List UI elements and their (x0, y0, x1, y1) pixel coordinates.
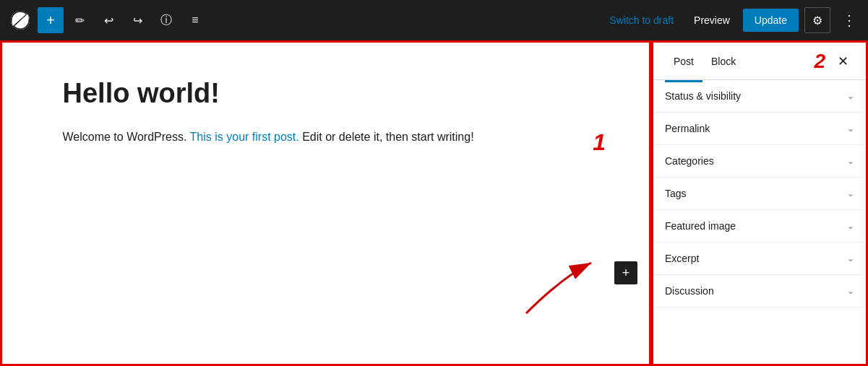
settings-button[interactable]: ⚙ (804, 7, 830, 33)
editor-content: Hello world! Welcome to WordPress. This … (22, 43, 629, 180)
more-options-button[interactable]: ⋮ (836, 7, 862, 33)
pencil-button[interactable]: ✏ (66, 7, 93, 33)
sidebar-tabs: Post Block (665, 50, 814, 73)
list-icon: ≡ (192, 14, 198, 27)
editor-area[interactable]: Hello world! Welcome to WordPress. This … (0, 40, 651, 366)
panel-categories-label: Categories (665, 155, 847, 167)
toolbar-right: Switch to draft Preview Update ⚙ ⋮ (602, 7, 862, 33)
panel-status-visibility-label: Status & visibility (665, 90, 847, 102)
post-title[interactable]: Hello world! (63, 77, 589, 110)
main-layout: Hello world! Welcome to WordPress. This … (0, 40, 868, 366)
redo-icon: ↪ (133, 14, 142, 27)
panel-permalink[interactable]: Permalink ⌄ (653, 113, 866, 145)
body-prefix: Welcome to WordPress. (63, 131, 190, 143)
chevron-down-icon: ⌄ (847, 221, 854, 231)
wp-logo[interactable] (6, 6, 35, 35)
panel-tags[interactable]: Tags ⌄ (653, 178, 866, 210)
pencil-icon: ✏ (75, 14, 85, 27)
panel-categories[interactable]: Categories ⌄ (653, 145, 866, 178)
annotation-number-1: 1 (593, 129, 606, 156)
preview-button[interactable]: Preview (687, 10, 737, 30)
annotation-number-2: 2 (814, 50, 825, 73)
info-icon: ⓘ (160, 13, 172, 28)
chevron-down-icon: ⌄ (847, 188, 854, 199)
wp-logo-icon (10, 10, 30, 30)
tab-block[interactable]: Block (702, 50, 744, 73)
panel-featured-image-label: Featured image (665, 220, 847, 232)
switch-to-draft-button[interactable]: Switch to draft (602, 10, 681, 30)
panel-excerpt[interactable]: Excerpt ⌄ (653, 243, 866, 275)
panel-tags-label: Tags (665, 188, 847, 199)
plus-icon: + (622, 266, 630, 281)
post-body[interactable]: Welcome to WordPress. This is your first… (63, 128, 589, 147)
toolbar: + ✏ ↩ ↪ ⓘ ≡ Switch to draft Preview Upda… (0, 0, 868, 40)
chevron-down-icon: ⌄ (847, 91, 854, 101)
insert-block-button[interactable]: + (614, 261, 637, 284)
chevron-down-icon: ⌄ (847, 286, 854, 296)
panel-featured-image[interactable]: Featured image ⌄ (653, 210, 866, 243)
body-suffix: Edit or delete it, then start writing! (299, 131, 474, 143)
more-icon: ⋮ (842, 12, 856, 29)
redo-button[interactable]: ↪ (124, 7, 150, 33)
update-button[interactable]: Update (743, 9, 799, 32)
tab-post[interactable]: Post (665, 50, 702, 73)
sidebar: Post Block 2 ✕ Status & visibility ⌄ Per… (651, 40, 868, 366)
list-view-button[interactable]: ≡ (182, 7, 208, 33)
panel-excerpt-label: Excerpt (665, 253, 847, 264)
sidebar-panels: Status & visibility ⌄ Permalink ⌄ Catego… (653, 80, 866, 364)
sidebar-close-button[interactable]: ✕ (831, 50, 854, 73)
sidebar-header: Post Block 2 ✕ (653, 43, 866, 80)
info-button[interactable]: ⓘ (153, 7, 179, 33)
panel-discussion-label: Discussion (665, 285, 847, 297)
add-block-button[interactable]: + (38, 7, 64, 33)
gear-icon: ⚙ (812, 14, 822, 27)
chevron-down-icon: ⌄ (847, 123, 854, 134)
chevron-down-icon: ⌄ (847, 253, 854, 263)
undo-icon: ↩ (104, 14, 113, 27)
undo-button[interactable]: ↩ (95, 7, 121, 33)
chevron-down-icon: ⌄ (847, 156, 854, 166)
panel-status-visibility[interactable]: Status & visibility ⌄ (653, 80, 866, 113)
arrow-annotation (504, 248, 606, 321)
panel-permalink-label: Permalink (665, 123, 847, 134)
panel-discussion[interactable]: Discussion ⌄ (653, 275, 866, 308)
body-link[interactable]: This is your first post. (190, 131, 299, 143)
